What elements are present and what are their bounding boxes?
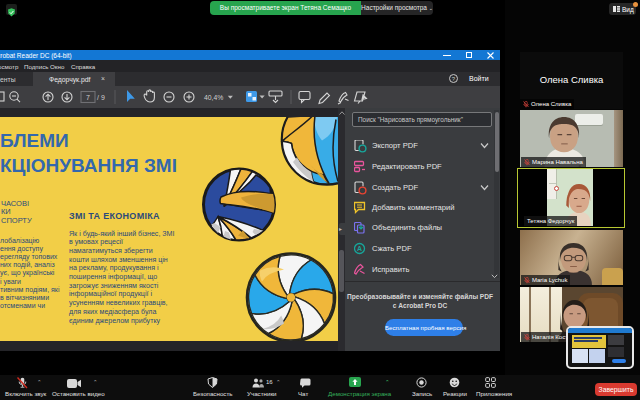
svg-text:Экспорт PDF: Экспорт PDF xyxy=(372,141,418,150)
svg-text:A: A xyxy=(357,245,362,252)
svg-text:Добавить комментарий: Добавить комментарий xyxy=(372,203,454,212)
svg-text:40,4%: 40,4% xyxy=(204,94,223,101)
svg-text:7: 7 xyxy=(86,94,90,101)
svg-text:/ 9: / 9 xyxy=(97,94,105,101)
svg-text:Объединить файлы: Объединить файлы xyxy=(372,223,442,232)
svg-text:Исправить: Исправить xyxy=(372,265,410,274)
svg-text:Создать PDF: Создать PDF xyxy=(372,183,419,192)
svg-text:Редактировать PDF: Редактировать PDF xyxy=(372,162,442,171)
svg-text:Сжать PDF: Сжать PDF xyxy=(372,244,412,253)
